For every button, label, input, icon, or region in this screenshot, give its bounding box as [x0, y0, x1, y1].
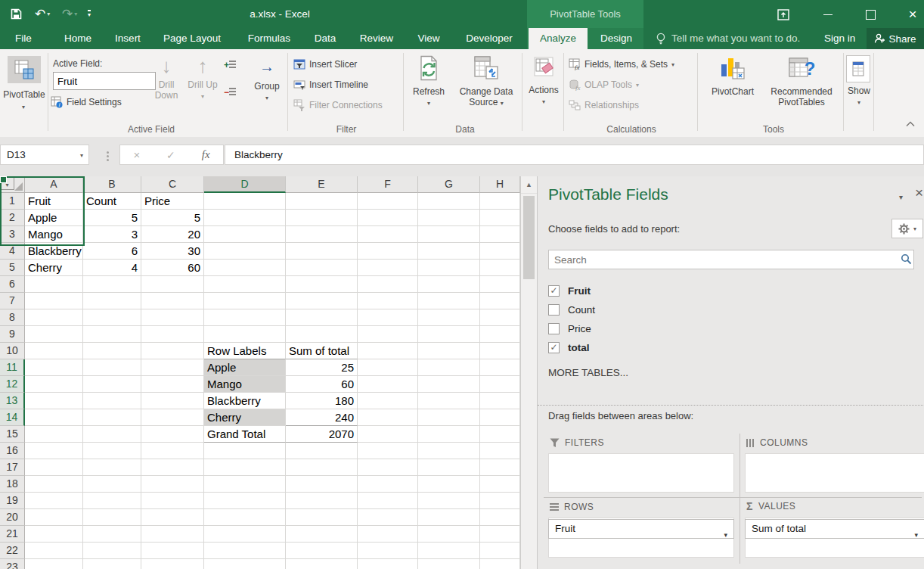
grid-cell-C10[interactable] [141, 343, 204, 359]
enter-icon[interactable]: ✓ [166, 149, 175, 161]
grid-cell-A20[interactable] [25, 509, 83, 526]
grid-cell-A23[interactable] [25, 559, 83, 569]
grid-cell-E3[interactable] [286, 226, 358, 243]
row-header-22[interactable]: 22 [0, 543, 25, 559]
grid-cell-H8[interactable] [480, 309, 520, 326]
grid-cell-F22[interactable] [358, 543, 418, 559]
grid-cell-C4[interactable]: 30 [141, 243, 204, 260]
customize-quick-access-icon[interactable]: ▾ [88, 0, 91, 28]
row-header-19[interactable]: 19 [0, 493, 25, 509]
grid-cell-E14[interactable]: 240 [286, 409, 358, 426]
values-field-pill-sum-of-total[interactable]: Sum of total▾ [745, 519, 924, 539]
tab-developer[interactable]: Developer [458, 28, 520, 49]
column-header-B[interactable]: B [83, 176, 141, 193]
row-header-17[interactable]: 17 [0, 459, 25, 476]
grid-cell-B21[interactable] [83, 526, 141, 543]
row-header-18[interactable]: 18 [0, 476, 25, 493]
tab-home[interactable]: Home [57, 28, 98, 49]
grid-cell-C2[interactable]: 5 [141, 210, 204, 226]
grid-cell-F15[interactable] [358, 426, 418, 443]
grid-cell-D16[interactable] [204, 443, 286, 459]
grid-cell-D9[interactable] [204, 326, 286, 343]
show-button[interactable]: Show ▾ [846, 55, 872, 107]
grid-cell-B4[interactable]: 6 [83, 243, 141, 260]
grid-cell-H23[interactable] [480, 559, 520, 569]
grid-cell-C14[interactable] [141, 409, 204, 426]
grid-cell-F21[interactable] [358, 526, 418, 543]
grid-cell-C3[interactable]: 20 [141, 226, 204, 243]
grid-cell-D20[interactable] [204, 509, 286, 526]
grid-cell-H21[interactable] [480, 526, 520, 543]
grid-cell-H9[interactable] [480, 326, 520, 343]
grid-cell-F17[interactable] [358, 459, 418, 476]
tell-me-box[interactable]: Tell me what you want to do. [671, 28, 800, 49]
row-header-23[interactable]: 23 [0, 559, 25, 569]
grid-cell-F6[interactable] [358, 276, 418, 293]
grid-cell-H13[interactable] [480, 393, 520, 409]
grid-cell-E22[interactable] [286, 543, 358, 559]
grid-cell-C22[interactable] [141, 543, 204, 559]
grid-cell-B12[interactable] [83, 376, 141, 393]
grid-cell-G12[interactable] [418, 376, 480, 393]
grid-cell-G5[interactable] [418, 260, 480, 276]
grid-cell-H7[interactable] [480, 293, 520, 309]
tab-review[interactable]: Review [355, 28, 398, 49]
grid-cell-B3[interactable]: 3 [83, 226, 141, 243]
grid-cell-H10[interactable] [480, 343, 520, 359]
redo-dropdown-icon[interactable]: ▾ [74, 11, 77, 17]
row-header-16[interactable]: 16 [0, 443, 25, 459]
row-header-3[interactable]: 3 [0, 226, 25, 243]
grid-cell-E13[interactable]: 180 [286, 393, 358, 409]
row-header-12[interactable]: 12 [0, 376, 25, 393]
pivottable-button[interactable] [8, 56, 41, 83]
grid-cell-E4[interactable] [286, 243, 358, 260]
share-button[interactable]: Share [867, 28, 924, 49]
grid-cell-E18[interactable] [286, 476, 358, 493]
formula-input[interactable]: Blackberry [225, 145, 924, 165]
grid-cell-C1[interactable]: Price [141, 193, 204, 210]
grid-cell-F11[interactable] [358, 359, 418, 376]
grid-cell-D13[interactable]: Blackberry [204, 393, 286, 409]
grid-cell-D7[interactable] [204, 293, 286, 309]
grid-cell-G18[interactable] [418, 476, 480, 493]
scrollbar-thumb[interactable] [523, 196, 535, 279]
grid-cell-E17[interactable] [286, 459, 358, 476]
grid-cell-G14[interactable] [418, 409, 480, 426]
grid-cell-E10[interactable]: Sum of total [286, 343, 358, 359]
grid-cell-D5[interactable] [204, 260, 286, 276]
grid-cell-B22[interactable] [83, 543, 141, 559]
fields-items-sets-button[interactable]: fx Fields, Items, & Sets▾ [569, 57, 674, 72]
grid-cell-D12[interactable]: Mango [204, 376, 286, 393]
grid-cell-C5[interactable]: 60 [141, 260, 204, 276]
grid-cell-G9[interactable] [418, 326, 480, 343]
ribbon-display-options-button[interactable] [771, 0, 796, 28]
grid-cell-A2[interactable]: Apple [25, 210, 83, 226]
grid-cell-B16[interactable] [83, 443, 141, 459]
grid-cell-E12[interactable]: 60 [286, 376, 358, 393]
grid-cell-B9[interactable] [83, 326, 141, 343]
grid-cell-A13[interactable] [25, 393, 83, 409]
tab-formulas[interactable]: Formulas [242, 28, 296, 49]
grid-cell-F19[interactable] [358, 493, 418, 509]
grid-cell-E6[interactable] [286, 276, 358, 293]
grid-cell-A6[interactable] [25, 276, 83, 293]
name-box-dropdown-icon[interactable]: ▾ [80, 152, 83, 159]
grid-cell-H18[interactable] [480, 476, 520, 493]
grid-cell-H4[interactable] [480, 243, 520, 260]
grid-cell-A16[interactable] [25, 443, 83, 459]
row-header-13[interactable]: 13 [0, 393, 25, 409]
olap-tools-button[interactable]: fx OLAP Tools▾ [569, 77, 639, 92]
search-icon[interactable] [901, 253, 912, 268]
grid-cell-F8[interactable] [358, 309, 418, 326]
grid-cell-F4[interactable] [358, 243, 418, 260]
grid-cell-F23[interactable] [358, 559, 418, 569]
formula-bar-resize-handle[interactable] [107, 151, 109, 163]
close-button[interactable]: × [900, 0, 924, 28]
redo-button[interactable]: ↷▾ [62, 0, 77, 28]
grid-cell-D2[interactable] [204, 210, 286, 226]
grid-cell-B15[interactable] [83, 426, 141, 443]
pane-options-icon[interactable]: ▾ [899, 193, 903, 201]
grid-cell-E1[interactable] [286, 193, 358, 210]
grid-cell-G3[interactable] [418, 226, 480, 243]
column-header-C[interactable]: C [141, 176, 204, 193]
